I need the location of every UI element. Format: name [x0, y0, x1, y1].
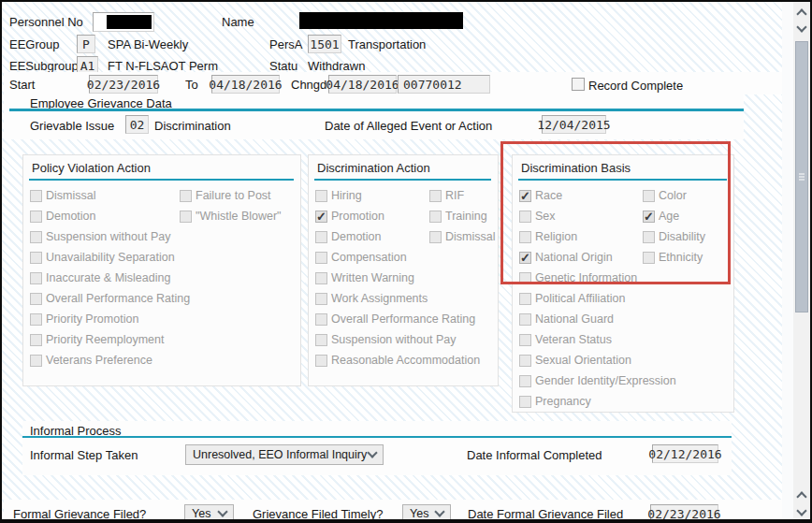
checkbox-option-suspension-without-pay[interactable]: Suspension without Pay — [30, 230, 170, 243]
eesubgroup-desc: FT N-FLSAOT Perm — [108, 59, 218, 73]
checkbox-option-veterans-preference[interactable]: Veterans Preference — [30, 354, 152, 367]
checkbox-label: Overall Performance Rating — [331, 312, 475, 326]
checkbox-option-training[interactable]: Training — [429, 210, 487, 223]
checkbox-row: Priority Promotion — [30, 309, 300, 329]
eegroup-field[interactable]: P — [77, 35, 95, 53]
unchecked-checkbox-icon[interactable] — [519, 334, 531, 346]
checkbox-label: Priority Promotion — [46, 312, 138, 326]
unchecked-checkbox-icon[interactable] — [519, 375, 531, 387]
unchecked-checkbox-icon[interactable] — [429, 231, 442, 243]
checkbox-row: Compensation — [315, 247, 498, 268]
unchecked-checkbox-icon[interactable] — [429, 211, 442, 223]
unchecked-checkbox-icon[interactable] — [315, 293, 327, 305]
scrollbar-gutter — [782, 2, 793, 521]
checkbox-row: Suspension without Pay — [315, 329, 498, 350]
checkbox-option-hiring[interactable]: Hiring — [315, 189, 429, 202]
unchecked-checkbox-icon[interactable] — [30, 231, 42, 243]
unchecked-checkbox-icon[interactable] — [315, 190, 327, 202]
checkbox-option-pregnancy[interactable]: Pregnancy — [519, 395, 591, 408]
chngd-date-field[interactable]: 04/18/2016 — [328, 75, 397, 94]
checkbox-option-suspension-without-pay[interactable]: Suspension without Pay — [315, 333, 456, 346]
checkbox-option-promotion[interactable]: ✓Promotion — [315, 210, 429, 223]
unchecked-checkbox-icon[interactable] — [30, 211, 42, 223]
start-date-field[interactable]: 02/23/2016 — [89, 75, 158, 94]
unchecked-checkbox-icon[interactable] — [30, 334, 42, 346]
unchecked-checkbox-icon[interactable] — [315, 252, 327, 264]
informal-step-dropdown[interactable]: Unresolved, EEO Informal Inquiry — [185, 444, 384, 465]
persa-field[interactable]: 1501 — [308, 35, 341, 53]
unchecked-checkbox-icon[interactable] — [315, 313, 327, 326]
unchecked-checkbox-icon[interactable] — [30, 272, 42, 284]
grievance-form-window: Personnel No Name EEGroup P SPA Bi-Weekl… — [0, 0, 812, 523]
checkbox-option-dismissal[interactable]: Dismissal — [429, 230, 495, 243]
checkbox-row: Overall Performance Rating — [30, 288, 300, 309]
unchecked-checkbox-icon[interactable] — [30, 190, 42, 202]
checkbox-option-political-affiliation[interactable]: Political Affiliation — [519, 292, 625, 305]
scroll-down-button[interactable] — [793, 21, 810, 36]
scroll-up-button[interactable] — [793, 4, 810, 20]
unchecked-checkbox-icon[interactable] — [315, 334, 327, 346]
unchecked-checkbox-icon[interactable] — [30, 313, 42, 326]
unchecked-checkbox-icon[interactable] — [519, 313, 531, 326]
checkbox-option-demotion[interactable]: Demotion — [315, 230, 429, 243]
checkbox-row: Reasonable Accommodation — [315, 350, 498, 370]
checkbox-label: Unavailability Separation — [46, 251, 175, 264]
checkbox-option-gender-identity-expression[interactable]: Gender Identity/Expression — [519, 374, 676, 387]
unchecked-checkbox-icon[interactable] — [519, 355, 531, 367]
to-date-field[interactable]: 04/18/2016 — [211, 75, 280, 94]
scrollbar-thumb[interactable] — [795, 41, 808, 312]
checkbox-row: Suspension without Pay — [30, 226, 300, 247]
record-complete-checkbox[interactable] — [572, 78, 585, 91]
informal-date-field[interactable]: 02/12/2016 — [652, 444, 718, 463]
unchecked-checkbox-icon[interactable] — [180, 211, 192, 223]
checkbox-option-sexual-orientation[interactable]: Sexual Orientation — [519, 354, 631, 367]
unchecked-checkbox-icon[interactable] — [30, 293, 42, 305]
unchecked-checkbox-icon[interactable] — [315, 272, 327, 284]
filed-timely-dropdown[interactable]: Yes — [402, 504, 451, 523]
checkbox-row: Written Warning — [315, 268, 498, 288]
checkbox-option-veteran-status[interactable]: Veteran Status — [519, 333, 612, 346]
unchecked-checkbox-icon[interactable] — [519, 396, 531, 408]
checkbox-option-whistle-blower[interactable]: "Whistle Blower" — [180, 210, 282, 223]
formal-date-field[interactable]: 02/23/2016 — [650, 504, 718, 523]
checkbox-label: Suspension without Pay — [331, 333, 456, 346]
unchecked-checkbox-icon[interactable] — [315, 355, 327, 367]
eegroup-label: EEGroup — [9, 37, 59, 51]
chevron-up-icon — [796, 491, 806, 501]
checkbox-label: Priority Reemployment — [46, 333, 164, 346]
unchecked-checkbox-icon[interactable] — [519, 293, 531, 305]
chngd-user-field[interactable]: 00770012 — [398, 75, 490, 94]
checkbox-option-dismissal[interactable]: Dismissal — [30, 189, 180, 202]
unchecked-checkbox-icon[interactable] — [315, 231, 327, 243]
checkbox-option-priority-promotion[interactable]: Priority Promotion — [30, 312, 138, 326]
unchecked-checkbox-icon[interactable] — [30, 252, 42, 264]
checkbox-option-unavailability-separation[interactable]: Unavailability Separation — [30, 251, 175, 264]
checkbox-option-rif[interactable]: RIF — [429, 189, 464, 202]
checkbox-option-overall-performance-rating[interactable]: Overall Performance Rating — [315, 312, 475, 326]
vertical-scrollbar[interactable] — [793, 2, 810, 521]
checkbox-option-reasonable-accommodation[interactable]: Reasonable Accommodation — [315, 354, 480, 367]
alleged-date-field[interactable]: 12/04/2015 — [542, 115, 606, 134]
checkbox-option-national-guard[interactable]: National Guard — [519, 312, 614, 326]
checkbox-option-inaccurate-misleading[interactable]: Inaccurate & Misleading — [30, 271, 170, 284]
unchecked-checkbox-icon[interactable] — [30, 355, 42, 367]
checkbox-label: Training — [445, 210, 487, 223]
unchecked-checkbox-icon[interactable] — [180, 190, 192, 202]
checkbox-option-overall-performance-rating[interactable]: Overall Performance Rating — [30, 292, 190, 305]
scrollbar-grip-icon — [799, 177, 805, 178]
scroll-up-button-bottom[interactable] — [793, 487, 810, 502]
checkbox-option-written-warning[interactable]: Written Warning — [315, 271, 414, 284]
formal-filed-dropdown[interactable]: Yes — [184, 504, 234, 523]
checkbox-option-priority-reemployment[interactable]: Priority Reemployment — [30, 333, 164, 346]
checkbox-option-demotion[interactable]: Demotion — [30, 210, 180, 223]
checkbox-option-failure-to-post[interactable]: Failure to Post — [180, 189, 271, 202]
checkbox-option-compensation[interactable]: Compensation — [315, 251, 407, 264]
checkbox-label: Promotion — [331, 210, 384, 223]
unchecked-checkbox-icon[interactable] — [429, 190, 442, 202]
alleged-date-label: Date of Alleged Event or Action — [325, 119, 492, 133]
scroll-down-button-bottom[interactable] — [793, 504, 810, 520]
grievable-issue-code-field[interactable]: 02 — [125, 115, 149, 134]
informal-date-label: Date Informal Completed — [467, 448, 602, 462]
checkbox-option-work-assignments[interactable]: Work Assignments — [315, 292, 428, 305]
checked-checkbox-icon[interactable]: ✓ — [315, 211, 327, 223]
